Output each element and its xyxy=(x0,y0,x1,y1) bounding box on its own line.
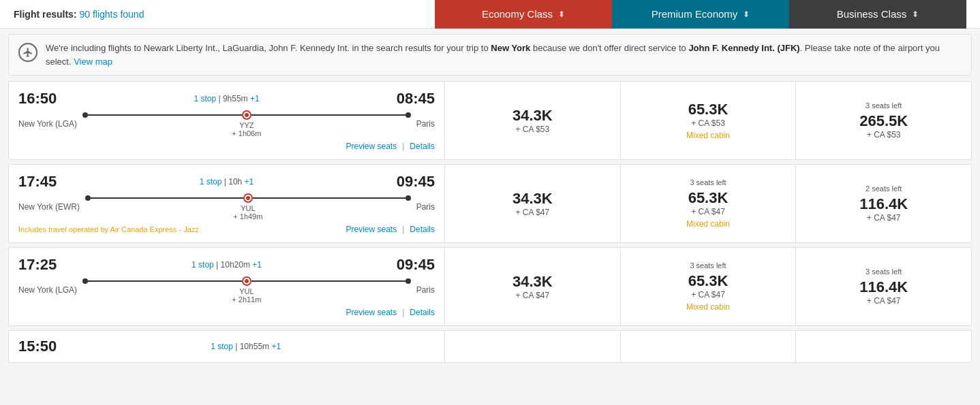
mixed-cabin-3: Mixed cabin xyxy=(686,302,730,312)
details-link-3[interactable]: Details xyxy=(410,308,435,317)
economy-price-sub-3: + CA $47 xyxy=(515,291,549,300)
operated-by-2: Includes travel operated by Air Canada E… xyxy=(18,225,199,233)
dot-start-1 xyxy=(82,112,88,118)
flight-top-3: 17:25 1 stop | 10h20m +1 09:45 xyxy=(18,256,435,274)
day-offset-1: +1 xyxy=(250,94,260,103)
business-price-sub-3: + CA $47 xyxy=(867,296,901,306)
preview-seats-link-3[interactable]: Preview seats xyxy=(346,308,397,317)
economy-price-3[interactable]: 34.3K + CA $47 xyxy=(445,248,621,325)
line-left-1 xyxy=(88,114,242,116)
partial-info-4: 15:50 1 stop | 10h55m +1 xyxy=(9,331,445,362)
preview-seats-link-2[interactable]: Preview seats xyxy=(346,225,397,234)
tab-economy[interactable]: Economy Class ⬍ xyxy=(435,0,612,29)
stop-dot-3 xyxy=(242,276,251,286)
line-right-2 xyxy=(253,197,405,199)
sep-1: | xyxy=(402,142,404,151)
depart-time-3: 17:25 xyxy=(18,256,57,274)
business-price-main-2: 116.4K xyxy=(859,195,908,213)
stop-count-2: 1 stop xyxy=(200,177,222,187)
dot-end-2 xyxy=(405,195,411,201)
partial-row-4: 15:50 1 stop | 10h55m +1 xyxy=(8,330,972,363)
premium-price-main-2: 65.3K xyxy=(688,189,729,207)
stop-count-1: 1 stop xyxy=(194,94,216,103)
duration-3: 10h20m xyxy=(221,260,250,270)
stop-count-3: 1 stop xyxy=(192,260,214,270)
economy-price-main-2: 34.3K xyxy=(512,190,553,208)
empty-economy-4 xyxy=(445,331,621,362)
premium-price-sub-3: + CA $47 xyxy=(691,290,725,299)
dot-start-3 xyxy=(82,278,88,284)
flight-links-2: Preview seats | Details xyxy=(346,225,435,234)
sort-icon-premium: ⬍ xyxy=(743,10,750,19)
economy-price-main-3: 34.3K xyxy=(512,273,553,291)
economy-price-main-1: 34.3K xyxy=(512,107,553,125)
premium-seats-2: 3 seats left xyxy=(690,178,726,187)
premium-price-3[interactable]: 3 seats left 65.3K + CA $47 Mixed cabin xyxy=(621,248,797,325)
notice-bar: We're including flights to Newark Libert… xyxy=(8,34,972,76)
results-label: Flight results: xyxy=(14,9,77,20)
economy-price-sub-2: + CA $47 xyxy=(515,208,549,217)
mixed-cabin-1: Mixed cabin xyxy=(686,131,730,140)
economy-price-2[interactable]: 34.3K + CA $47 xyxy=(445,165,621,242)
flight-info-1: 16:50 1 stop | 9h55m +1 08:45 New York (… xyxy=(9,82,445,159)
dot-start-2 xyxy=(85,195,91,201)
business-price-3[interactable]: 3 seats left 116.4K + CA $47 xyxy=(796,248,971,325)
flight-top-2: 17:45 1 stop | 10h +1 09:45 xyxy=(18,173,435,191)
tab-business[interactable]: Business Class ⬍ xyxy=(789,0,966,29)
premium-price-2[interactable]: 3 seats left 65.3K + CA $47 Mixed cabin xyxy=(621,165,797,242)
flight-bottom-3: Preview seats | Details xyxy=(18,308,435,317)
plane-icon xyxy=(18,43,37,62)
preview-seats-link-1[interactable]: Preview seats xyxy=(346,142,397,151)
route-line-2: YUL + 1h49m xyxy=(80,193,416,221)
partial-depart-4: 15:50 xyxy=(18,338,57,355)
view-map-link[interactable]: View map xyxy=(74,56,112,67)
via-label-3: YUL + 2h11m xyxy=(232,287,261,304)
route-line-1: YYZ + 1h06m xyxy=(77,110,416,137)
flight-row-2: 17:45 1 stop | 10h +1 09:45 New York (EW… xyxy=(8,164,972,243)
premium-price-sub-1: + CA $53 xyxy=(691,118,725,128)
economy-price-1[interactable]: 34.3K + CA $53 xyxy=(445,82,621,159)
duration-2: 10h xyxy=(228,177,242,187)
details-link-1[interactable]: Details xyxy=(410,142,435,151)
day-offset-2: +1 xyxy=(245,177,254,187)
stop-info-2: 1 stop | 10h +1 xyxy=(200,177,254,187)
stop-info-1: 1 stop | 9h55m +1 xyxy=(194,94,259,103)
flight-links-3: Preview seats | Details xyxy=(346,308,435,317)
empty-business-4 xyxy=(796,331,971,362)
business-price-1[interactable]: 3 seats left 265.5K + CA $53 xyxy=(796,82,971,159)
depart-time-1: 16:50 xyxy=(18,90,57,108)
economy-price-sub-1: + CA $53 xyxy=(515,125,549,134)
tab-premium[interactable]: Premium Economy ⬍ xyxy=(612,0,789,29)
flight-info-3: 17:25 1 stop | 10h20m +1 09:45 New York … xyxy=(9,248,445,325)
arrive-time-3: 09:45 xyxy=(397,256,435,274)
flight-results-text: Flight results: 90 flights found xyxy=(14,9,435,20)
tab-premium-label: Premium Economy xyxy=(652,8,738,20)
details-link-2[interactable]: Details xyxy=(410,225,435,234)
line-left-3 xyxy=(88,280,242,282)
sort-icon-economy: ⬍ xyxy=(558,10,565,19)
route-line-3: YUL + 2h11m xyxy=(77,276,416,304)
premium-price-sub-2: + CA $47 xyxy=(691,207,725,216)
premium-price-1[interactable]: 65.3K + CA $53 Mixed cabin xyxy=(621,82,797,159)
duration-1: 9h55m xyxy=(223,94,248,103)
arrive-time-2: 09:45 xyxy=(397,173,435,191)
route-dest-1: Paris xyxy=(416,119,435,129)
route-dest-3: Paris xyxy=(416,285,435,295)
business-price-sub-1: + CA $53 xyxy=(867,130,901,140)
tab-business-label: Business Class xyxy=(837,8,907,20)
premium-price-main-1: 65.3K xyxy=(688,101,729,118)
depart-time-2: 17:45 xyxy=(18,173,57,191)
line-left-2 xyxy=(91,197,243,199)
route-dest-2: Paris xyxy=(416,202,435,212)
notice-jfk: John F. Kennedy Int. (JFK) xyxy=(688,43,799,53)
route-origin-2: New York (EWR) xyxy=(18,202,80,212)
premium-price-main-3: 65.3K xyxy=(688,272,729,290)
notice-text: We're including flights to Newark Libert… xyxy=(46,42,962,68)
mixed-cabin-2: Mixed cabin xyxy=(686,219,730,229)
business-price-sub-2: + CA $47 xyxy=(867,213,901,223)
business-price-2[interactable]: 2 seats left 116.4K + CA $47 xyxy=(796,165,971,242)
flight-row-3: 17:25 1 stop | 10h20m +1 09:45 New York … xyxy=(8,247,972,326)
stop-dot-1 xyxy=(242,110,251,120)
class-tabs: Economy Class ⬍ Premium Economy ⬍ Busine… xyxy=(435,0,966,29)
flight-row: 16:50 1 stop | 9h55m +1 08:45 New York (… xyxy=(8,81,972,160)
